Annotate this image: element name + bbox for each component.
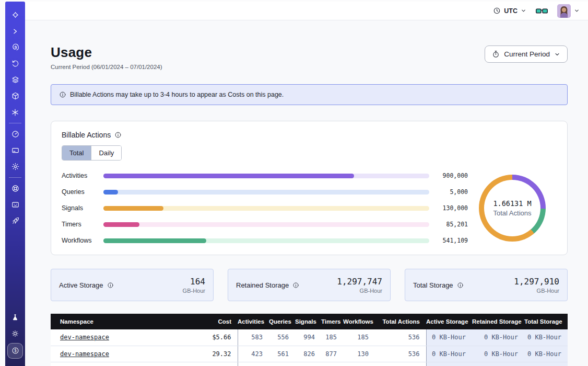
table-cell: 0 KB-Hour bbox=[524, 362, 568, 366]
bar-label: Timers bbox=[62, 221, 99, 228]
storage-card-label: Total Storage bbox=[413, 281, 453, 289]
column-header-activities: Activities bbox=[238, 314, 269, 329]
table-cell: 536 bbox=[269, 362, 295, 366]
storage-card-unit: GB-Hour bbox=[183, 288, 205, 294]
storage-card-active-storage: Active Storage164GB-Hour bbox=[51, 269, 214, 301]
account-menu[interactable] bbox=[557, 4, 580, 18]
info-icon[interactable] bbox=[114, 131, 122, 139]
bar-track bbox=[103, 222, 429, 227]
billing-card-icon[interactable] bbox=[8, 144, 22, 157]
app: $ UTC bbox=[0, 0, 588, 366]
donut-total-label: Total Actions bbox=[493, 209, 532, 217]
total-actions-donut-chart: 1.66131 M Total Actions bbox=[479, 175, 546, 242]
timezone-selector[interactable]: UTC bbox=[493, 7, 526, 15]
rocket-icon[interactable] bbox=[8, 214, 22, 228]
storage-card-label: Retained Storage bbox=[236, 281, 289, 289]
bar-fill bbox=[103, 222, 139, 227]
info-icon bbox=[59, 91, 66, 98]
bar-row-workflows: Workflows541,109 bbox=[62, 237, 468, 244]
storage-card-label: Active Storage bbox=[59, 281, 103, 289]
table-cell: 883 bbox=[295, 362, 321, 366]
storage-card-total-storage: Total Storage1,297,910GB-Hour bbox=[405, 269, 568, 301]
storage-card-retained-storage: Retained Storage1,297,747GB-Hour bbox=[228, 269, 391, 301]
namespace-link[interactable]: dev-namespace bbox=[60, 334, 109, 341]
table-row: dev-namespace$5.665835569941851855360 KB… bbox=[51, 329, 568, 346]
flask-icon[interactable] bbox=[8, 311, 22, 324]
bar-row-activities: Activities900,000 bbox=[62, 172, 468, 179]
bar-row-timers: Timers85,201 bbox=[62, 221, 468, 228]
storage-card-unit: GB-Hour bbox=[337, 288, 382, 294]
bar-label: Workflows bbox=[62, 237, 99, 244]
period-dropdown-label: Current Period bbox=[504, 50, 550, 58]
table-cell: 816 bbox=[321, 362, 343, 366]
table-cell: 0 KB-Hour bbox=[472, 346, 524, 362]
glasses-icon[interactable] bbox=[536, 7, 548, 15]
table-cell: $3.35 bbox=[188, 362, 238, 366]
info-icon[interactable] bbox=[107, 282, 114, 289]
tab-daily[interactable]: Daily bbox=[91, 146, 121, 160]
sun-icon[interactable] bbox=[8, 327, 22, 340]
bar-fill bbox=[103, 174, 354, 178]
sidebar: $ bbox=[5, 2, 25, 366]
table-cell: 0 KB-Hour bbox=[524, 346, 568, 362]
bar-track bbox=[103, 174, 429, 178]
storage-card-value: 164 bbox=[183, 277, 205, 287]
table-cell: 556 bbox=[269, 329, 295, 346]
history-icon[interactable] bbox=[8, 57, 22, 71]
chevron-down-icon bbox=[554, 51, 560, 58]
asterisk-icon[interactable] bbox=[8, 106, 22, 119]
storage-card-unit: GB-Hour bbox=[514, 288, 559, 294]
table-cell: 536 bbox=[375, 329, 426, 346]
namespace-link[interactable]: dev-namespace bbox=[60, 350, 109, 358]
info-icon[interactable] bbox=[457, 282, 464, 289]
cube-icon[interactable] bbox=[8, 89, 22, 103]
bar-fill bbox=[103, 190, 118, 195]
namespaces-icon[interactable] bbox=[8, 41, 22, 54]
period-dropdown-button[interactable]: Current Period bbox=[485, 45, 568, 63]
table-cell: 185 bbox=[321, 329, 343, 346]
sidebar-divider bbox=[9, 177, 21, 178]
bar-fill bbox=[103, 238, 206, 243]
info-icon[interactable] bbox=[292, 282, 299, 289]
page-title: Usage bbox=[51, 44, 162, 61]
gauge-icon[interactable] bbox=[8, 128, 22, 141]
table-cell: 0 KB-Hour bbox=[524, 329, 568, 346]
storage-card-value: 1,297,747 bbox=[337, 277, 382, 287]
gear-icon[interactable] bbox=[8, 160, 22, 174]
bar-value: 900,000 bbox=[436, 172, 468, 179]
table-cell: 130 bbox=[343, 346, 375, 362]
table-cell: 130 bbox=[375, 362, 426, 366]
storage-card-value: 1,297,910 bbox=[514, 277, 559, 287]
usage-dollar-icon[interactable]: $ bbox=[7, 343, 23, 359]
expand-chevron-right-icon[interactable] bbox=[8, 25, 22, 38]
table-cell: 826 bbox=[295, 346, 321, 362]
column-header-timers: Timers bbox=[321, 314, 343, 329]
sidebar-divider bbox=[9, 123, 21, 123]
page-subtitle: Current Period (06/01/2024 – 07/01/2024) bbox=[51, 64, 162, 70]
column-header-workflows: Workflows bbox=[343, 314, 375, 329]
namespace-usage-table: NamespaceCostActivitiesQueriesSignalsTim… bbox=[51, 314, 568, 366]
table-cell: $5.66 bbox=[188, 329, 238, 346]
feedback-monitor-icon[interactable] bbox=[8, 198, 22, 212]
temporal-logo[interactable] bbox=[8, 8, 22, 22]
main-content: Usage Current Period (06/01/2024 – 07/01… bbox=[25, 20, 588, 366]
table-cell: 600 bbox=[343, 362, 375, 366]
chevron-down-icon bbox=[521, 8, 526, 14]
bar-label: Queries bbox=[62, 188, 99, 196]
column-header-cost: Cost bbox=[188, 314, 238, 329]
tab-total[interactable]: Total bbox=[62, 146, 91, 160]
donut-total-value: 1.66131 M bbox=[493, 199, 531, 208]
table-cell: 0 KB-Hour bbox=[426, 362, 472, 366]
info-banner-text: Billable Actions may take up to 3-4 hour… bbox=[70, 91, 284, 98]
svg-text:$: $ bbox=[14, 348, 17, 353]
billable-actions-bar-chart: Activities900,000Queries5,000Signals130,… bbox=[62, 172, 468, 244]
clock-icon bbox=[493, 7, 501, 15]
table-cell: 583 bbox=[238, 329, 269, 346]
lifebuoy-icon[interactable] bbox=[8, 182, 22, 196]
bar-label: Signals bbox=[62, 204, 99, 212]
table-cell: 561 bbox=[269, 346, 295, 362]
table-row: dev-namespace$3.354925368838166001300 KB… bbox=[51, 362, 568, 366]
table-cell: 492 bbox=[238, 362, 269, 366]
column-header-signals: Signals bbox=[295, 314, 321, 329]
layers-icon[interactable] bbox=[8, 73, 22, 87]
